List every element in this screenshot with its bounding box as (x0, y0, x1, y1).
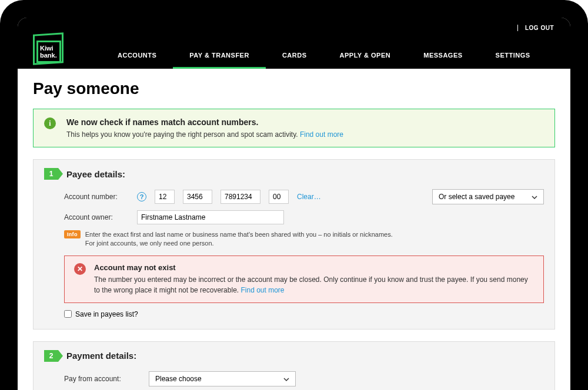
account-bank-input[interactable] (155, 190, 175, 204)
nav-messages[interactable]: MESSAGES (407, 46, 479, 69)
name-check-banner: i We now check if names match account nu… (33, 109, 555, 147)
pay-from-select[interactable]: Please choose (149, 371, 296, 386)
device-frame: LOG OUT Kiwi bank. ACCOUNTS PAY & TRANSF… (0, 0, 588, 390)
banner-text: This helps you know you're paying the ri… (66, 130, 343, 139)
main-nav: ACCOUNTS PAY & TRANSFER CARDS APPLY & OP… (101, 46, 547, 69)
app-screen: LOG OUT Kiwi bank. ACCOUNTS PAY & TRANSF… (18, 18, 570, 390)
account-suffix-input[interactable] (269, 190, 289, 204)
nav-settings[interactable]: SETTINGS (479, 46, 547, 69)
payment-section-title: Payment details: (66, 351, 136, 361)
step-1-badge: 1 (44, 168, 58, 180)
logout-link[interactable]: LOG OUT (517, 25, 554, 31)
owner-hint: Enter the exact first and last name or b… (85, 230, 393, 248)
help-icon[interactable]: ? (137, 192, 146, 201)
account-number-label: Account number: (64, 193, 129, 201)
account-error-alert: ✕ Account may not exist The number you e… (64, 255, 544, 303)
payment-details-section: 2 Payment details: Pay from account: Ple… (33, 341, 555, 390)
saved-payee-select[interactable]: Or select a saved payee (432, 189, 544, 204)
pay-from-label: Pay from account: (64, 375, 141, 383)
header: LOG OUT Kiwi bank. ACCOUNTS PAY & TRANSF… (18, 18, 570, 69)
save-payee-label: Save in payees list? (75, 310, 138, 318)
banner-find-out-more-link[interactable]: Find out more (300, 130, 343, 139)
logo-text-1: Kiwi (40, 45, 54, 52)
payee-section-title: Payee details: (66, 169, 125, 179)
account-branch-input[interactable] (183, 190, 212, 204)
save-payee-checkbox[interactable] (64, 310, 72, 318)
chevron-down-icon (283, 376, 289, 382)
saved-payee-label: Or select a saved payee (439, 193, 514, 201)
brand-logo[interactable]: Kiwi bank. (33, 33, 66, 66)
error-find-out-more-link[interactable]: Find out more (240, 286, 284, 294)
banner-title: We now check if names match account numb… (66, 117, 343, 127)
content-area: Pay someone i We now check if names matc… (18, 69, 570, 390)
nav-accounts[interactable]: ACCOUNTS (101, 46, 173, 69)
account-owner-label: Account owner: (64, 213, 129, 221)
info-tag-badge: Info (64, 230, 81, 238)
account-owner-input[interactable] (137, 210, 284, 224)
error-icon: ✕ (74, 263, 86, 275)
clear-account-link[interactable]: Clear… (297, 193, 321, 201)
nav-cards[interactable]: CARDS (266, 46, 323, 69)
info-icon: i (44, 117, 56, 129)
error-title: Account may not exist (94, 263, 534, 272)
chevron-down-icon (532, 194, 537, 200)
error-text: The number you entered may be incorrect … (94, 274, 534, 295)
payee-details-section: 1 Payee details: Account number: ? Clear… (33, 159, 555, 330)
nav-apply-open[interactable]: APPLY & OPEN (323, 46, 407, 69)
nav-pay-transfer[interactable]: PAY & TRANSFER (173, 46, 266, 69)
step-2-badge: 2 (44, 350, 58, 362)
logo-text-2: bank. (40, 52, 57, 59)
account-body-input[interactable] (220, 190, 260, 204)
page-title: Pay someone (33, 79, 555, 98)
pay-from-placeholder: Please choose (155, 375, 202, 383)
